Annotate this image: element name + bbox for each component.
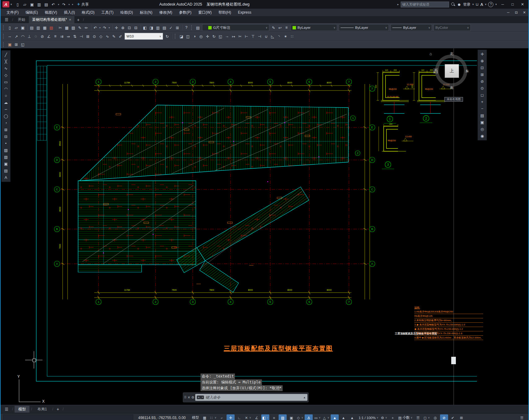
isometric-drafting-icon[interactable]: ◧∨	[261, 414, 269, 420]
dim-space[interactable]: ⇅	[72, 33, 78, 39]
transparency-icon[interactable]: ▨	[279, 414, 287, 420]
qat-redo[interactable]: ↷	[61, 1, 67, 7]
break[interactable]: ⊣	[256, 33, 263, 39]
copy[interactable]: ◫	[185, 33, 191, 39]
annotation-monitor-icon[interactable]: +	[389, 414, 397, 420]
annotation-sync-icon[interactable]: ▲	[348, 414, 356, 420]
isolate-objects-icon[interactable]: ◎	[431, 414, 439, 420]
region[interactable]: ▣	[2, 161, 10, 167]
dim-continue[interactable]: ⇒	[65, 33, 72, 39]
customization-icon[interactable]: ☰	[518, 414, 526, 420]
zoom-out[interactable]: −	[478, 105, 486, 112]
array[interactable]: ∷	[289, 33, 295, 39]
annotation-update[interactable]: ✏	[83, 24, 90, 31]
dim-ordinate[interactable]: ⊥	[26, 33, 33, 39]
lock-ui-icon-caret[interactable]: ∨	[428, 416, 430, 419]
help-caret-icon[interactable]: ▾	[495, 3, 497, 6]
ellipse-arc[interactable]: ◔	[2, 120, 10, 126]
linetype-caret-icon[interactable]: ∨	[385, 26, 387, 29]
menu-item[interactable]: 修改(M)	[156, 9, 176, 16]
match-properties[interactable]: ✎	[77, 24, 83, 31]
export-dwf[interactable]: ▧	[48, 24, 55, 31]
rectangle[interactable]: ▭	[2, 79, 10, 85]
multiline-text[interactable]: A	[2, 174, 10, 181]
menu-item[interactable]: 视图(V)	[41, 9, 60, 16]
menu-item[interactable]: 插入(I)	[60, 9, 78, 16]
chamfer[interactable]: ◺	[269, 33, 276, 39]
ellipse[interactable]: ◯	[2, 113, 10, 119]
plot[interactable]: ▤	[29, 24, 35, 31]
model-paper-toggle[interactable]: 模型	[190, 414, 200, 420]
isometric-drafting-icon-caret[interactable]: ∨	[267, 416, 268, 419]
break-at-point[interactable]: ⊤	[250, 33, 256, 39]
autodesk-caret-icon[interactable]: ▾	[485, 3, 487, 6]
dim-break[interactable]: ⊣	[78, 33, 85, 39]
zoom-scale[interactable]: ⊘	[478, 78, 486, 85]
copy-clip[interactable]: ▩	[64, 24, 70, 31]
selection-filtering-icon[interactable]: ▭∨	[313, 414, 321, 420]
zoom-window[interactable]: ⊡	[478, 64, 486, 71]
quick-properties-icon[interactable]: ☰	[414, 414, 422, 420]
undo-list[interactable]: ▾	[99, 24, 101, 31]
make-object-layer-current[interactable]: ✎	[270, 24, 277, 31]
infer-constraints-icon[interactable]: ⌐	[218, 414, 226, 420]
workspace-switching-icon[interactable]: ⚙∨	[380, 414, 388, 420]
extend[interactable]: ⊢	[243, 33, 250, 39]
doc-close-button[interactable]: ✕	[520, 9, 528, 15]
annotation-visibility-icon[interactable]: ▲	[331, 414, 339, 420]
quick-calc[interactable]: ⊞	[174, 24, 181, 31]
menu-item[interactable]: 文件(F)	[3, 9, 22, 16]
trim[interactable]: ✂	[237, 33, 243, 39]
tolerance[interactable]: ⊞	[85, 33, 91, 39]
command-input-field[interactable]: >_▾ 键入命令 ▲	[195, 394, 307, 401]
dim-linear[interactable]: ↔	[7, 33, 13, 39]
gizmo-icon[interactable]: △∨	[322, 414, 330, 420]
mirror[interactable]: ◑	[191, 33, 198, 39]
viewcube-view-label[interactable]: 未命名视图	[444, 97, 463, 102]
object-snap-tracking-icon-caret[interactable]: ∨	[249, 416, 251, 419]
table[interactable]: ▤	[2, 167, 10, 174]
layer-combo-caret-icon[interactable]: ∨	[266, 26, 267, 29]
qat-plot[interactable]: ▤	[43, 1, 50, 7]
autocad-logo-icon[interactable]: A	[2, 1, 9, 7]
point[interactable]: •	[2, 140, 10, 147]
explode[interactable]: ✶	[282, 33, 289, 39]
create-block[interactable]: ⊟	[2, 133, 10, 140]
dynamic-ucs-icon[interactable]: Δ	[305, 414, 313, 420]
layer-previous[interactable]: ↩	[277, 24, 283, 31]
zoom-object[interactable]: ◻	[478, 92, 486, 98]
dim-edit[interactable]: ✎	[111, 33, 117, 39]
signin-user-icon[interactable]: ☻	[457, 2, 461, 7]
gizmo-icon-caret[interactable]: ∨	[327, 416, 329, 419]
tab-document[interactable]: 某钢结构售楼处图纸* ✕	[29, 16, 74, 23]
layer-combo[interactable]: G尺寸标注 ∨	[202, 24, 269, 31]
modify-toolbar-grip[interactable]	[175, 34, 177, 39]
command-history-toggle-icon[interactable]: ▲	[303, 396, 306, 399]
viewcube-top-face[interactable]: 上	[445, 64, 459, 78]
dim-style-caret-icon[interactable]: ∨	[159, 35, 161, 38]
dim-diameter[interactable]: ⊘	[39, 33, 46, 39]
window-maximize-button[interactable]: □	[509, 1, 517, 8]
edit-block-in-place[interactable]: ▣	[7, 42, 13, 48]
design-center[interactable]: ◨	[148, 24, 155, 31]
command-bar-close-icon[interactable]: ✕	[187, 396, 190, 400]
lineweight-caret-icon[interactable]: ∨	[428, 26, 430, 29]
autodesk-account-icon[interactable]: Λ	[480, 2, 483, 7]
search-expander-icon[interactable]: ▸	[397, 3, 399, 6]
snap-mode-icon-caret[interactable]: ∨	[214, 416, 216, 419]
signin-label[interactable]: 登录	[463, 2, 470, 7]
search-icon[interactable]	[451, 2, 455, 7]
command-bar-tools-icon[interactable]: ⚙	[191, 396, 194, 400]
command-prompt-icon[interactable]: >_▾	[197, 396, 204, 399]
app-store-cart-icon[interactable]: ⊔	[476, 2, 478, 7]
properties-palette[interactable]: ◧	[142, 24, 148, 31]
circle[interactable]: ○	[2, 92, 10, 99]
scale[interactable]: ◱	[217, 33, 224, 39]
tab-model[interactable]: 模型	[15, 406, 29, 413]
erase[interactable]: ◪	[178, 33, 185, 39]
publish[interactable]: ▦	[42, 24, 48, 31]
layer-states-manager[interactable]: ≡	[283, 24, 290, 31]
dim-aligned[interactable]: ↗	[13, 33, 20, 39]
detail-callout-bubbles[interactable]	[382, 116, 432, 169]
polyline[interactable]: ∿	[2, 65, 10, 72]
